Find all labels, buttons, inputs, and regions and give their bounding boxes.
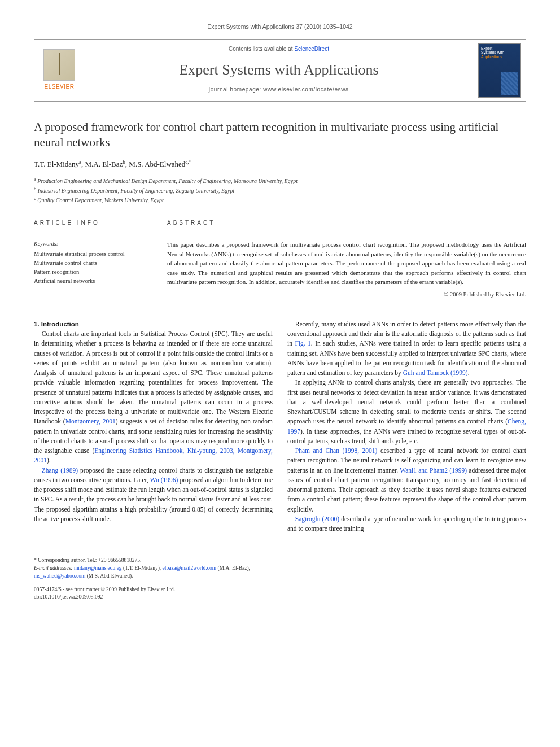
divider: [34, 307, 526, 307]
text-run: ).: [47, 457, 51, 464]
email-footnote: E-mail addresses: midany@mans.edu.eg (T.…: [34, 565, 260, 580]
citation-link[interactable]: Wani1 and Pham2 (1999): [400, 467, 467, 474]
affiliation-text: Production Engineering and Mechanical De…: [37, 178, 298, 184]
cover-line: Applications: [481, 55, 518, 59]
text-run: (M.S. Abd-Elwahed).: [85, 573, 133, 579]
affil-mark: b: [123, 159, 125, 165]
citation-link[interactable]: Zhang (1989): [42, 467, 78, 474]
author: T.T. El-Midany: [34, 160, 79, 168]
publisher-name: ELSEVIER: [45, 83, 75, 91]
abstract-text: This paper describes a proposed framewor…: [167, 240, 526, 287]
elsevier-tree-icon: [43, 49, 75, 81]
article-body: 1. Introduction Control charts are impor…: [34, 320, 526, 534]
paragraph: Control charts are important tools in St…: [34, 329, 273, 466]
masthead-center: Contents lists available at ScienceDirec…: [84, 40, 474, 101]
affil-mark: a: [79, 159, 81, 165]
cover-line: Systems with: [481, 50, 518, 55]
citation-link[interactable]: Sagiroglu (2000): [295, 516, 339, 522]
keyword: Multivariate statistical process control: [34, 250, 151, 259]
affiliation: b Industrial Engineering Department, Fac…: [34, 185, 526, 195]
author: M.A. El-Baz: [85, 160, 123, 168]
keyword: Pattern recognition: [34, 268, 151, 277]
abstract-copyright: © 2009 Published by Elsevier Ltd.: [167, 290, 526, 299]
keyword: Multivariate control charts: [34, 259, 151, 268]
paragraph: Recently, many studies used ANNs in orde…: [287, 320, 526, 378]
text-run: .: [468, 369, 470, 376]
section-heading: 1. Introduction: [34, 320, 273, 329]
citation-link[interactable]: Wu (1996): [150, 477, 178, 483]
divider: [167, 234, 526, 234]
affiliation: a Production Engineering and Mechanical …: [34, 176, 526, 185]
contents-line: Contents lists available at ScienceDirec…: [89, 45, 469, 54]
issn-line: 0957-4174/$ - see front matter © 2009 Pu…: [34, 586, 260, 594]
journal-name: Expert Systems with Applications: [89, 59, 469, 81]
text-run: (T.T. El-Midany),: [122, 565, 163, 571]
keywords-list: Multivariate statistical process control…: [34, 250, 151, 286]
citation-link[interactable]: Guh and Tannock (1999): [403, 369, 468, 376]
divider: [34, 234, 151, 234]
affiliation-list: a Production Engineering and Mechanical …: [34, 176, 526, 205]
footnotes: * Corresponding author. Tel.: +20 966558…: [34, 553, 260, 601]
publication-footer: 0957-4174/$ - see front matter © 2009 Pu…: [34, 586, 260, 602]
paragraph: In applying ANNs to control charts analy…: [287, 378, 526, 446]
article-info-head: ARTICLE INFO: [34, 219, 151, 228]
journal-homepage: journal homepage: www.elsevier.com/locat…: [89, 86, 469, 94]
divider: [34, 211, 526, 211]
text-run: In applying ANNs to control charts analy…: [287, 379, 526, 425]
text-run: ). In these approaches, the ANNs were tr…: [287, 428, 526, 444]
contents-prefix: Contents lists available at: [229, 46, 294, 52]
email-link[interactable]: elbaza@mail2world.com: [163, 565, 217, 571]
publisher-logo-block: ELSEVIER: [34, 40, 84, 101]
paragraph: Pham and Chan (1998, 2001) described a t…: [287, 446, 526, 514]
figure-ref-link[interactable]: Fig. 1: [295, 340, 310, 347]
journal-cover-icon: Expert Systems with Applications: [478, 43, 521, 98]
affiliation-text: Quality Control Department, Workers Univ…: [37, 198, 163, 204]
article-info-block: ARTICLE INFO Keywords: Multivariate stat…: [34, 219, 151, 299]
paragraph: Sagiroglu (2000) described a type of neu…: [287, 514, 526, 534]
doi-line: doi:10.1016/j.eswa.2009.05.092: [34, 593, 260, 601]
email-link[interactable]: ms_wahed@yahoo.com: [34, 573, 85, 579]
citation-link[interactable]: Pham and Chan (1998, 2001): [295, 447, 378, 454]
text-run: Control charts are important tools in St…: [34, 330, 273, 425]
emails-label: E-mail addresses:: [34, 565, 73, 571]
abstract-block: ABSTRACT This paper describes a proposed…: [167, 219, 526, 299]
abstract-head: ABSTRACT: [167, 219, 526, 228]
email-link[interactable]: midany@mans.edu.eg: [74, 565, 122, 571]
keywords-head: Keywords:: [34, 240, 151, 248]
affiliation: c Quality Control Department, Workers Un…: [34, 195, 526, 204]
article-title: A proposed framework for control chart p…: [34, 120, 526, 151]
keyword: Artificial neural networks: [34, 277, 151, 286]
text-run: (M.A. El-Baz),: [216, 565, 250, 571]
corresponding-footnote: * Corresponding author. Tel.: +20 966558…: [34, 557, 260, 565]
author: M.S. Abd-Elwahed: [129, 160, 185, 168]
affiliation-text: Industrial Engineering Department, Facul…: [38, 187, 235, 194]
sciencedirect-link[interactable]: ScienceDirect: [294, 46, 329, 52]
homepage-prefix: journal homepage:: [209, 86, 263, 93]
citation-link[interactable]: Montgomery, 2001: [65, 418, 116, 425]
cover-line: Expert: [481, 46, 518, 51]
corresponding-mark: *: [189, 159, 192, 165]
homepage-url[interactable]: www.elsevier.com/locate/eswa: [263, 86, 349, 93]
paragraph: Zhang (1989) proposed the cause-selectin…: [34, 466, 273, 525]
running-head: Expert Systems with Applications 37 (201…: [34, 23, 526, 31]
journal-masthead: ELSEVIER Contents lists available at Sci…: [34, 39, 526, 102]
cover-thumb-block: Expert Systems with Applications: [474, 40, 526, 101]
author-list: T.T. El-Midanya, M.A. El-Bazb, M.S. Abd-…: [34, 159, 526, 170]
